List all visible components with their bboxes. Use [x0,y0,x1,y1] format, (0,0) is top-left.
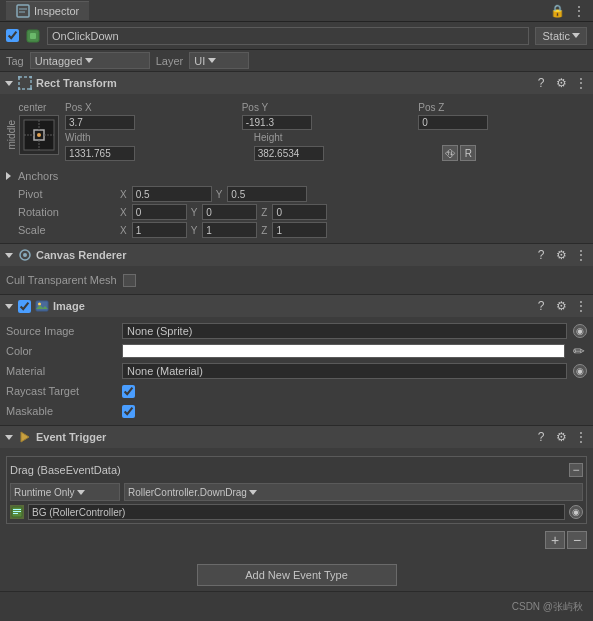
rot-z-input[interactable] [272,204,327,220]
event-entry-name: Drag (BaseEventData) [10,464,121,476]
material-label: Material [6,365,116,377]
runtime-mode-dropdown[interactable]: Runtime Only [10,483,120,501]
canvas-renderer-title: Canvas Renderer [36,249,529,261]
layer-dropdown-arrow [208,58,216,63]
inspector-tab[interactable]: Inspector [6,1,89,20]
event-trigger-component: Event Trigger ? ⚙ ⋮ Drag (BaseEventData)… [0,426,593,591]
pivot-xyz: X Y [120,186,587,202]
image-menu-icon[interactable]: ⋮ [573,298,589,314]
toolbar: Static [0,22,593,50]
pivot-x-input[interactable] [132,186,212,202]
active-checkbox[interactable] [6,29,19,42]
image-settings-icon[interactable]: ⚙ [553,298,569,314]
r-btn[interactable]: R [460,145,476,161]
cull-label: Cull Transparent Mesh [6,274,117,286]
function-arrow [249,490,257,495]
image-icon [35,299,49,313]
remove-entry-btn[interactable]: − [567,531,587,549]
add-event-button[interactable]: Add New Event Type [197,564,397,586]
image-body: Source Image None (Sprite) ◉ Color ✏ Mat… [0,317,593,425]
rect-transform-menu-icon[interactable]: ⋮ [573,75,589,91]
image-collapse-triangle [5,304,13,309]
pos-z-label: Pos Z [418,102,587,113]
object-name-input[interactable] [47,27,529,45]
rect-transform-icon [18,76,32,90]
inspector-tab-label: Inspector [34,5,79,17]
rect-transform-settings-icon[interactable]: ⚙ [553,75,569,91]
scale-x-input[interactable] [132,222,187,238]
canvas-settings-icon[interactable]: ⚙ [553,247,569,263]
rect-transform-header[interactable]: Rect Transform ? ⚙ ⋮ [0,72,593,94]
rect-transform-title: Rect Transform [36,77,529,89]
lock-ratio-btn[interactable]: ⛗ [442,145,458,161]
material-value: None (Material) [122,363,567,379]
pos-x-input[interactable] [65,115,135,130]
image-header[interactable]: Image ? ⚙ ⋮ [0,295,593,317]
tag-layer-row: Tag Untagged Layer UI [0,50,593,72]
canvas-renderer-header[interactable]: Canvas Renderer ? ⚙ ⋮ [0,244,593,266]
static-button[interactable]: Static [535,27,587,45]
svg-rect-25 [13,513,18,514]
cull-row: Cull Transparent Mesh [6,270,587,290]
function-dropdown[interactable]: RollerController.DownDrag [124,483,583,501]
rect-transform-component: Rect Transform ? ⚙ ⋮ center middle [0,72,593,244]
tag-value: Untagged [35,55,83,67]
rot-x-input[interactable] [132,204,187,220]
event-menu-icon[interactable]: ⋮ [573,429,589,445]
canvas-help-icon[interactable]: ? [533,247,549,263]
add-event-area: Add New Event Type [6,552,587,591]
active-checkbox-wrap [6,29,19,42]
width-input[interactable] [65,146,135,161]
material-select-btn[interactable]: ◉ [573,364,587,378]
layer-dropdown[interactable]: UI [189,52,249,69]
rot-y-input[interactable] [202,204,257,220]
anchors-label: Anchors [18,170,128,182]
event-obj-icon [10,505,24,519]
event-object-text: BG (RollerController) [32,507,125,518]
anchor-icon[interactable] [19,115,59,155]
scale-row: Scale X Y Z [6,221,587,239]
canvas-renderer-collapse [4,250,14,260]
raycast-checkbox[interactable] [122,385,135,398]
rot-x-label: X [120,207,127,218]
color-picker-icon[interactable]: ✏ [571,343,587,359]
event-help-icon[interactable]: ? [533,429,549,445]
source-image-select-btn[interactable]: ◉ [573,324,587,338]
height-input[interactable] [254,146,324,161]
image-component: Image ? ⚙ ⋮ Source Image None (Sprite) ◉… [0,295,593,426]
image-enabled-checkbox[interactable] [18,300,31,313]
cull-checkbox[interactable] [123,274,136,287]
pivot-row: Pivot X Y [6,185,587,203]
scale-x-label: X [120,225,127,236]
lock-icon[interactable]: 🔒 [549,3,565,19]
pivot-y-input[interactable] [227,186,307,202]
add-entry-btn[interactable]: + [545,531,565,549]
tag-dropdown-arrow [85,58,93,63]
event-trigger-header[interactable]: Event Trigger ? ⚙ ⋮ [0,426,593,448]
runtime-mode-value: Runtime Only [14,487,75,498]
event-remove-btn[interactable]: − [569,463,583,477]
rect-transform-collapse-arrow [4,78,14,88]
event-settings-icon[interactable]: ⚙ [553,429,569,445]
scale-z-input[interactable] [272,222,327,238]
image-help-icon[interactable]: ? [533,298,549,314]
image-collapse [4,301,14,311]
svg-point-18 [23,253,27,257]
pos-y-input[interactable] [242,115,312,130]
image-icons: ? ⚙ ⋮ [533,298,589,314]
rotation-xyz: X Y Z [120,204,587,220]
scale-z-label: Z [261,225,267,236]
title-bar: Inspector 🔒 ⋮ [0,0,593,22]
svg-point-6 [18,76,21,79]
canvas-menu-icon[interactable]: ⋮ [573,247,589,263]
menu-icon[interactable]: ⋮ [571,3,587,19]
event-object-select-btn[interactable]: ◉ [569,505,583,519]
tag-dropdown[interactable]: Untagged [30,52,150,69]
rect-transform-help-icon[interactable]: ? [533,75,549,91]
pos-z-input[interactable] [418,115,488,130]
color-swatch[interactable] [122,344,565,358]
maskable-checkbox[interactable] [122,405,135,418]
scale-y-input[interactable] [202,222,257,238]
rot-y-label: Y [191,207,198,218]
canvas-renderer-component: Canvas Renderer ? ⚙ ⋮ Cull Transparent M… [0,244,593,295]
